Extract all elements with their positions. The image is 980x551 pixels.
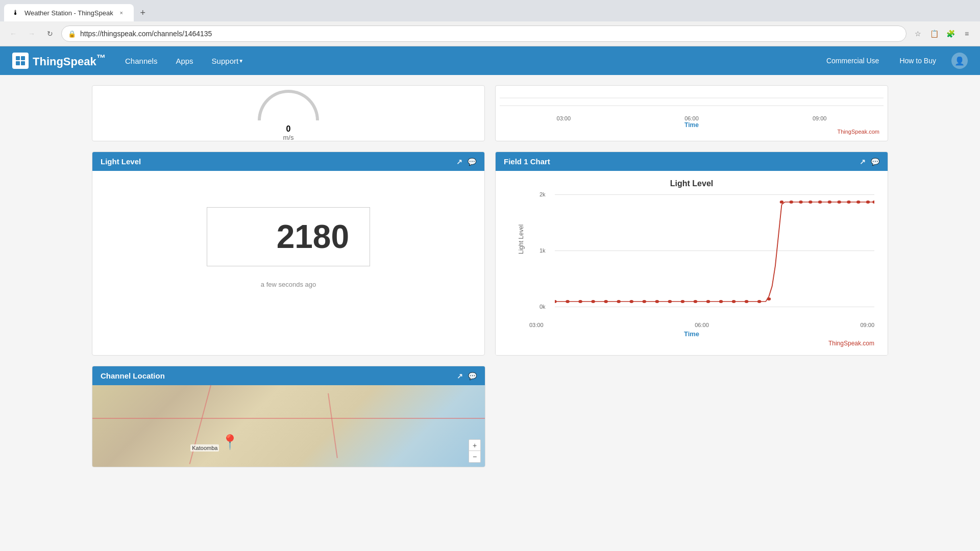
logo-icon (12, 53, 29, 69)
chart-x-label: Time (504, 330, 879, 338)
map-place-label: Katoomba (190, 444, 219, 452)
chart-ts-link[interactable]: ThingSpeak.com (504, 340, 874, 347)
zoom-out-button[interactable]: − (469, 451, 480, 462)
url-bar[interactable]: 🔒 https://thingspeak.com/channels/146413… (61, 26, 906, 42)
empty-right (496, 366, 888, 467)
svg-point-9 (591, 300, 595, 303)
svg-point-29 (828, 201, 832, 204)
x-tick-1: 03:00 (557, 115, 571, 121)
map-pin: 📍 (221, 434, 239, 450)
x-tick-03: 03:00 (529, 322, 544, 328)
field1-actions: ↗ 💬 (860, 158, 879, 166)
location-comment-icon[interactable]: 💬 (468, 372, 477, 380)
y-axis-label: Light Level (518, 224, 525, 254)
top-chart-body: 03:00 06:00 09:00 Time ThingSpeak.com (496, 86, 888, 141)
partial-time-label: Time (500, 121, 884, 129)
partial-chart-times: 03:00 06:00 09:00 (500, 115, 884, 121)
svg-point-30 (837, 201, 841, 204)
map-road-3 (328, 393, 338, 458)
nav-commercial-use[interactable]: Commercial Use (817, 46, 888, 75)
x-tick-3: 09:00 (813, 115, 827, 121)
svg-point-12 (629, 300, 633, 303)
security-icon: 🔒 (68, 30, 76, 38)
map-container: Katoomba 📍 + − (92, 385, 485, 467)
browser-menu-button[interactable]: ≡ (960, 27, 974, 41)
svg-point-18 (706, 300, 710, 303)
forward-button[interactable]: → (24, 27, 39, 41)
partial-ts-link[interactable]: ThingSpeak.com (500, 129, 879, 135)
map-terrain: Katoomba 📍 (92, 385, 485, 467)
user-account-icon[interactable]: 👤 (951, 53, 968, 69)
wind-speed-card-partial: 0 m/s (92, 85, 485, 141)
field1-external-icon[interactable]: ↗ (860, 158, 866, 166)
light-level-header: Light Level ↗ 💬 (92, 152, 484, 171)
external-link-icon[interactable]: ↗ (456, 158, 462, 166)
field1-chart-container: Light Level Light Level 2k 1k 0k (496, 171, 888, 355)
active-tab[interactable]: 🌡 Weather Station - ThingSpeak × (4, 4, 134, 21)
x-tick-06: 06:00 (695, 322, 709, 328)
top-right-chart-partial: 03:00 06:00 09:00 Time ThingSpeak.com (495, 85, 888, 141)
svg-point-31 (847, 201, 851, 204)
address-bar: ← → ↻ 🔒 https://thingspeak.com/channels/… (0, 21, 980, 46)
firefox-account-button[interactable]: 📋 (927, 27, 941, 41)
nav-right-section: Commercial Use How to Buy 👤 (817, 46, 968, 75)
nav-support[interactable]: Support ▼ (203, 46, 253, 75)
map-road-2 (92, 418, 485, 419)
svg-point-32 (856, 201, 861, 204)
nav-how-to-buy[interactable]: How to Buy (890, 46, 945, 75)
light-level-timestamp: a few seconds ago (101, 281, 476, 288)
field1-title: Field 1 Chart (504, 157, 550, 166)
x-tick-09: 09:00 (860, 322, 874, 328)
comment-icon[interactable]: 💬 (468, 158, 476, 166)
tab-title: Weather Station - ThingSpeak (24, 9, 113, 17)
nav-apps[interactable]: Apps (166, 46, 202, 75)
thingspeak-logo[interactable]: ThingSpeak™ (12, 53, 106, 69)
location-external-icon[interactable]: ↗ (457, 372, 463, 380)
field1-header: Field 1 Chart ↗ 💬 (496, 152, 888, 171)
y-tick-2k: 2k (540, 191, 546, 197)
back-button[interactable]: ← (6, 27, 20, 41)
channel-location-card: Channel Location ↗ 💬 Katoomba 📍 (92, 366, 485, 467)
svg-point-6 (555, 300, 557, 303)
svg-point-19 (719, 300, 723, 303)
logo-tm: ™ (96, 53, 106, 63)
bottom-cards-row: Channel Location ↗ 💬 Katoomba 📍 (92, 366, 888, 467)
svg-rect-1 (21, 56, 25, 60)
light-level-card: Light Level ↗ 💬 2180 a few seconds ago (92, 152, 485, 356)
top-cards-row: 0 m/s 03:00 06:00 09:00 (92, 85, 888, 141)
svg-point-25 (789, 201, 793, 204)
svg-point-13 (643, 300, 647, 303)
svg-point-20 (732, 300, 736, 303)
map-road-1 (189, 385, 211, 464)
svg-point-10 (604, 300, 608, 303)
light-level-value: 2180 (277, 218, 349, 255)
light-level-value-display: 2180 (207, 207, 370, 266)
svg-point-17 (694, 300, 698, 303)
zoom-in-button[interactable]: + (469, 440, 480, 451)
chart-wrapper: Light Level 2k 1k 0k (529, 194, 879, 307)
svg-point-11 (617, 300, 621, 303)
new-tab-button[interactable]: + (136, 6, 150, 20)
refresh-button[interactable]: ↻ (43, 27, 57, 41)
gauge-arc (258, 90, 319, 120)
y-tick-1k: 1k (540, 247, 546, 254)
extensions-button[interactable]: 🧩 (943, 27, 958, 41)
light-level-body: 2180 a few seconds ago (92, 171, 484, 314)
gauge-unit: m/s (283, 134, 294, 141)
tab-bar: 🌡 Weather Station - ThingSpeak × + (0, 0, 980, 21)
tab-close-button[interactable]: × (117, 9, 126, 17)
map-zoom-controls: + − (469, 439, 481, 463)
browser-chrome: 🌡 Weather Station - ThingSpeak × + ← → ↻… (0, 0, 980, 46)
field1-chart-card: Field 1 Chart ↗ 💬 Light Level Light Leve… (495, 152, 888, 356)
thingspeak-navbar: ThingSpeak™ Channels Apps Support ▼ Comm… (0, 46, 980, 75)
light-level-title: Light Level (101, 157, 141, 166)
svg-point-27 (808, 201, 813, 204)
channel-location-title: Channel Location (101, 371, 165, 380)
chart-area: 2k 1k 0k (555, 194, 874, 307)
svg-point-21 (745, 300, 749, 303)
svg-point-26 (799, 201, 803, 204)
bookmark-button[interactable]: ☆ (911, 27, 925, 41)
nav-channels[interactable]: Channels (116, 46, 166, 75)
channel-location-actions: ↗ 💬 (457, 372, 477, 380)
field1-comment-icon[interactable]: 💬 (871, 158, 879, 166)
